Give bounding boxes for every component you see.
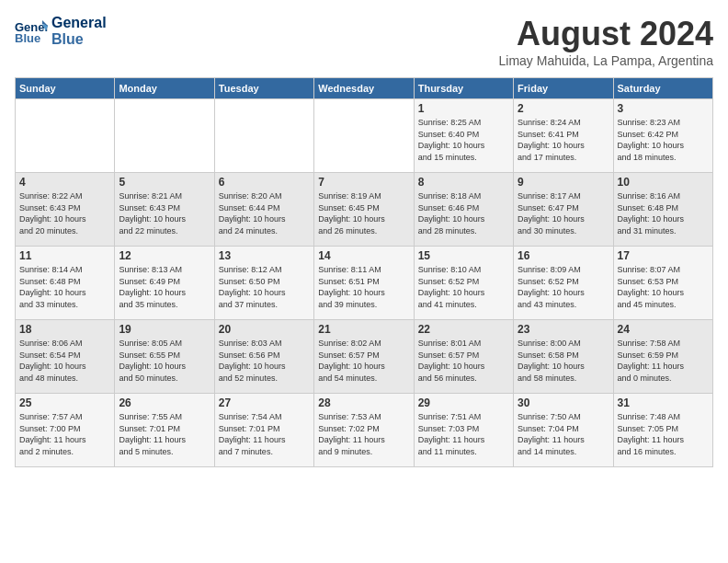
day-info: Sunrise: 7:48 AM Sunset: 7:05 PM Dayligh… xyxy=(618,411,709,457)
calendar-cell: 2Sunrise: 8:24 AM Sunset: 6:41 PM Daylig… xyxy=(514,99,613,173)
calendar-cell: 22Sunrise: 8:01 AM Sunset: 6:57 PM Dayli… xyxy=(414,320,513,394)
calendar-cell: 14Sunrise: 8:11 AM Sunset: 6:51 PM Dayli… xyxy=(314,247,414,320)
day-number: 13 xyxy=(219,249,310,262)
day-info: Sunrise: 8:10 AM Sunset: 6:52 PM Dayligh… xyxy=(418,264,509,310)
calendar-table: SundayMondayTuesdayWednesdayThursdayFrid… xyxy=(15,77,713,467)
day-info: Sunrise: 7:53 AM Sunset: 7:02 PM Dayligh… xyxy=(318,411,409,457)
day-number: 23 xyxy=(518,323,609,336)
day-number: 25 xyxy=(19,396,110,409)
title-area: August 2024 Limay Mahuida, La Pampa, Arg… xyxy=(499,15,713,68)
calendar-cell: 25Sunrise: 7:57 AM Sunset: 7:00 PM Dayli… xyxy=(16,394,115,467)
day-number: 29 xyxy=(418,396,509,409)
day-info: Sunrise: 8:18 AM Sunset: 6:46 PM Dayligh… xyxy=(418,190,509,236)
day-info: Sunrise: 8:12 AM Sunset: 6:50 PM Dayligh… xyxy=(219,264,310,310)
day-info: Sunrise: 8:22 AM Sunset: 6:43 PM Dayligh… xyxy=(19,190,110,236)
calendar-cell: 3Sunrise: 8:23 AM Sunset: 6:42 PM Daylig… xyxy=(613,99,712,173)
weekday-header-saturday: Saturday xyxy=(613,78,712,99)
day-info: Sunrise: 8:03 AM Sunset: 6:56 PM Dayligh… xyxy=(219,338,310,384)
calendar-cell: 29Sunrise: 7:51 AM Sunset: 7:03 PM Dayli… xyxy=(414,394,513,467)
day-number: 10 xyxy=(618,176,709,189)
calendar-cell: 21Sunrise: 8:02 AM Sunset: 6:57 PM Dayli… xyxy=(314,320,414,394)
day-info: Sunrise: 8:02 AM Sunset: 6:57 PM Dayligh… xyxy=(318,338,409,384)
calendar-cell: 7Sunrise: 8:19 AM Sunset: 6:45 PM Daylig… xyxy=(314,173,414,247)
logo-text-blue: Blue xyxy=(51,31,107,48)
day-number: 8 xyxy=(418,176,509,189)
day-number: 12 xyxy=(119,249,210,262)
day-info: Sunrise: 8:16 AM Sunset: 6:48 PM Dayligh… xyxy=(618,190,709,236)
day-number: 16 xyxy=(518,249,609,262)
calendar-cell: 9Sunrise: 8:17 AM Sunset: 6:47 PM Daylig… xyxy=(514,173,613,247)
day-number: 6 xyxy=(219,176,310,189)
calendar-cell: 6Sunrise: 8:20 AM Sunset: 6:44 PM Daylig… xyxy=(214,173,313,247)
calendar-cell: 11Sunrise: 8:14 AM Sunset: 6:48 PM Dayli… xyxy=(16,247,115,320)
day-info: Sunrise: 8:19 AM Sunset: 6:45 PM Dayligh… xyxy=(318,190,409,236)
calendar-cell xyxy=(16,99,115,173)
day-info: Sunrise: 8:11 AM Sunset: 6:51 PM Dayligh… xyxy=(318,264,409,310)
calendar-cell: 23Sunrise: 8:00 AM Sunset: 6:58 PM Dayli… xyxy=(514,320,613,394)
location-subtitle: Limay Mahuida, La Pampa, Argentina xyxy=(499,53,713,68)
calendar-cell: 1Sunrise: 8:25 AM Sunset: 6:40 PM Daylig… xyxy=(414,99,513,173)
svg-text:Blue: Blue xyxy=(15,31,40,44)
day-info: Sunrise: 8:17 AM Sunset: 6:47 PM Dayligh… xyxy=(518,190,609,236)
calendar-cell: 15Sunrise: 8:10 AM Sunset: 6:52 PM Dayli… xyxy=(414,247,513,320)
week-row-4: 18Sunrise: 8:06 AM Sunset: 6:54 PM Dayli… xyxy=(16,320,713,394)
day-number: 15 xyxy=(418,249,509,262)
weekday-header-monday: Monday xyxy=(115,78,214,99)
day-info: Sunrise: 8:14 AM Sunset: 6:48 PM Dayligh… xyxy=(19,264,110,310)
day-number: 2 xyxy=(518,102,609,115)
calendar-cell: 13Sunrise: 8:12 AM Sunset: 6:50 PM Dayli… xyxy=(214,247,313,320)
weekday-header-thursday: Thursday xyxy=(414,78,513,99)
day-info: Sunrise: 7:51 AM Sunset: 7:03 PM Dayligh… xyxy=(418,411,509,457)
day-number: 30 xyxy=(518,396,609,409)
day-info: Sunrise: 7:54 AM Sunset: 7:01 PM Dayligh… xyxy=(219,411,310,457)
day-number: 18 xyxy=(19,323,110,336)
page-header: General Blue General Blue August 2024 Li… xyxy=(15,15,713,68)
weekday-header-row: SundayMondayTuesdayWednesdayThursdayFrid… xyxy=(16,78,713,99)
calendar-cell xyxy=(214,99,313,173)
week-row-2: 4Sunrise: 8:22 AM Sunset: 6:43 PM Daylig… xyxy=(16,173,713,247)
weekday-header-friday: Friday xyxy=(514,78,613,99)
day-number: 19 xyxy=(119,323,210,336)
day-info: Sunrise: 7:50 AM Sunset: 7:04 PM Dayligh… xyxy=(518,411,609,457)
weekday-header-sunday: Sunday xyxy=(16,78,115,99)
day-number: 26 xyxy=(119,396,210,409)
calendar-cell: 20Sunrise: 8:03 AM Sunset: 6:56 PM Dayli… xyxy=(214,320,313,394)
calendar-cell xyxy=(115,99,214,173)
calendar-cell xyxy=(314,99,414,173)
day-info: Sunrise: 8:00 AM Sunset: 6:58 PM Dayligh… xyxy=(518,338,609,384)
calendar-cell: 4Sunrise: 8:22 AM Sunset: 6:43 PM Daylig… xyxy=(16,173,115,247)
calendar-cell: 26Sunrise: 7:55 AM Sunset: 7:01 PM Dayli… xyxy=(115,394,214,467)
day-info: Sunrise: 8:01 AM Sunset: 6:57 PM Dayligh… xyxy=(418,338,509,384)
week-row-1: 1Sunrise: 8:25 AM Sunset: 6:40 PM Daylig… xyxy=(16,99,713,173)
day-number: 22 xyxy=(418,323,509,336)
calendar-cell: 27Sunrise: 7:54 AM Sunset: 7:01 PM Dayli… xyxy=(214,394,313,467)
month-year-title: August 2024 xyxy=(499,15,713,53)
calendar-cell: 17Sunrise: 8:07 AM Sunset: 6:53 PM Dayli… xyxy=(613,247,712,320)
calendar-cell: 28Sunrise: 7:53 AM Sunset: 7:02 PM Dayli… xyxy=(314,394,414,467)
calendar-cell: 30Sunrise: 7:50 AM Sunset: 7:04 PM Dayli… xyxy=(514,394,613,467)
day-number: 11 xyxy=(19,249,110,262)
calendar-cell: 16Sunrise: 8:09 AM Sunset: 6:52 PM Dayli… xyxy=(514,247,613,320)
day-info: Sunrise: 8:24 AM Sunset: 6:41 PM Dayligh… xyxy=(518,117,609,163)
day-number: 20 xyxy=(219,323,310,336)
week-row-3: 11Sunrise: 8:14 AM Sunset: 6:48 PM Dayli… xyxy=(16,247,713,320)
day-number: 7 xyxy=(318,176,409,189)
day-info: Sunrise: 8:13 AM Sunset: 6:49 PM Dayligh… xyxy=(119,264,210,310)
day-info: Sunrise: 8:06 AM Sunset: 6:54 PM Dayligh… xyxy=(19,338,110,384)
weekday-header-tuesday: Tuesday xyxy=(214,78,313,99)
day-number: 28 xyxy=(318,396,409,409)
day-info: Sunrise: 8:25 AM Sunset: 6:40 PM Dayligh… xyxy=(418,117,509,163)
day-info: Sunrise: 8:23 AM Sunset: 6:42 PM Dayligh… xyxy=(618,117,709,163)
day-number: 24 xyxy=(618,323,709,336)
logo-text-general: General xyxy=(51,15,107,31)
day-info: Sunrise: 8:09 AM Sunset: 6:52 PM Dayligh… xyxy=(518,264,609,310)
day-number: 31 xyxy=(618,396,709,409)
calendar-cell: 18Sunrise: 8:06 AM Sunset: 6:54 PM Dayli… xyxy=(16,320,115,394)
calendar-cell: 5Sunrise: 8:21 AM Sunset: 6:43 PM Daylig… xyxy=(115,173,214,247)
week-row-5: 25Sunrise: 7:57 AM Sunset: 7:00 PM Dayli… xyxy=(16,394,713,467)
calendar-cell: 10Sunrise: 8:16 AM Sunset: 6:48 PM Dayli… xyxy=(613,173,712,247)
day-number: 1 xyxy=(418,102,509,115)
day-info: Sunrise: 7:57 AM Sunset: 7:00 PM Dayligh… xyxy=(19,411,110,457)
day-info: Sunrise: 8:20 AM Sunset: 6:44 PM Dayligh… xyxy=(219,190,310,236)
calendar-cell: 24Sunrise: 7:58 AM Sunset: 6:59 PM Dayli… xyxy=(613,320,712,394)
